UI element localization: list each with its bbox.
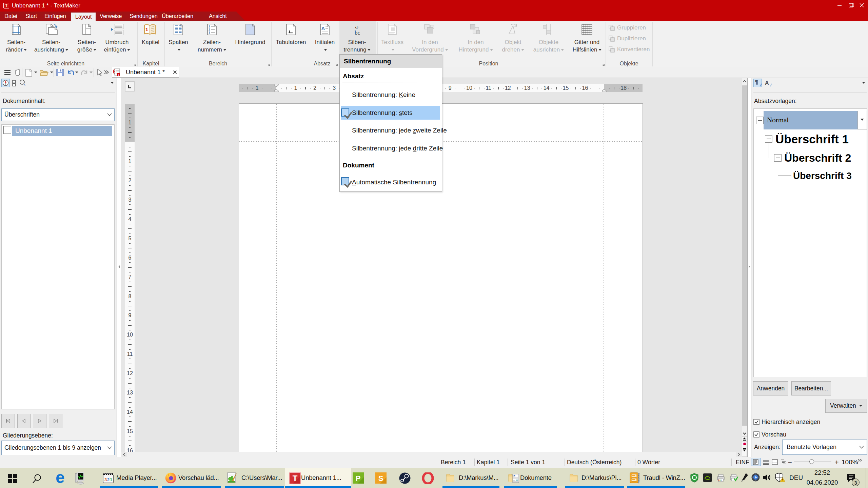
svg-text:!: !	[782, 478, 783, 482]
svg-text:3: 3	[104, 477, 107, 482]
svg-text:A: A	[321, 25, 325, 31]
svg-text:1: 1	[145, 27, 148, 32]
svg-text:2: 2	[107, 477, 110, 482]
svg-text:P: P	[356, 474, 361, 483]
svg-text:1: 1	[118, 73, 120, 76]
svg-text:T: T	[293, 474, 298, 483]
svg-text:1: 1	[110, 477, 112, 482]
svg-text:3: 3	[209, 31, 210, 34]
svg-text:S: S	[378, 474, 383, 483]
